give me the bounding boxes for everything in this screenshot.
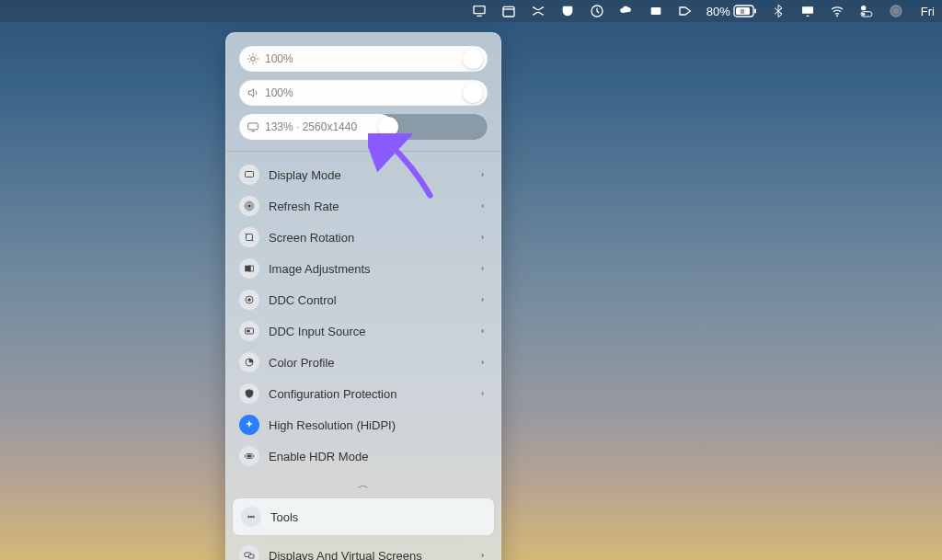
- battery-status[interactable]: 80% II: [706, 5, 757, 18]
- svg-point-31: [248, 516, 250, 518]
- svg-point-30: [247, 455, 252, 458]
- svg-point-18: [248, 205, 251, 208]
- chevron-right-icon: [478, 325, 488, 338]
- refresh-rate-icon: [239, 196, 259, 216]
- menu-item-image-adjustments[interactable]: Image Adjustments: [233, 253, 494, 284]
- menu-item-label: Display Mode: [269, 168, 478, 182]
- menu-item-label: Displays And Virtual Screens: [269, 549, 478, 561]
- color-profile-icon: [239, 352, 259, 372]
- volume-slider[interactable]: 100%: [239, 80, 488, 106]
- menu-item-hidpi[interactable]: High Resolution (HiDPI): [233, 409, 494, 440]
- monitor-menubar-icon[interactable]: [799, 3, 816, 19]
- svg-rect-21: [247, 234, 253, 241]
- menu-item-color-profile[interactable]: Color Profile: [233, 347, 494, 378]
- svg-point-12: [862, 13, 865, 16]
- brightness-slider[interactable]: 100%: [239, 46, 488, 72]
- siri-menubar-icon[interactable]: [888, 3, 904, 19]
- tools-icon: [241, 507, 261, 527]
- rotation-icon: [239, 227, 259, 247]
- slider-thumb[interactable]: [463, 49, 483, 69]
- brightness-icon: [239, 52, 263, 65]
- menu-item-display-mode[interactable]: Display Mode: [233, 159, 494, 190]
- control-center-icon[interactable]: [858, 3, 875, 19]
- slider-thumb[interactable]: [378, 117, 398, 137]
- menu-item-label: Configuration Protection: [269, 387, 478, 401]
- shuffle-menubar-icon[interactable]: [530, 3, 546, 19]
- chevron-right-icon: [478, 168, 488, 182]
- clock-day-text[interactable]: Fri: [921, 5, 935, 18]
- menu-item-label: Screen Rotation: [269, 231, 478, 245]
- display-control-panel: 100% 100% 133% · 2560x1440 Display Mode: [225, 32, 501, 560]
- menu-item-hdr[interactable]: Enable HDR Mode: [233, 440, 494, 472]
- chevron-right-icon: [478, 200, 488, 213]
- adjustments-icon: [239, 258, 259, 279]
- resolution-slider[interactable]: 133% · 2560x1440: [239, 114, 488, 140]
- menubar: 80% II Fri: [0, 0, 942, 22]
- app-menubar-icon[interactable]: [648, 3, 664, 19]
- sync-menubar-icon[interactable]: [589, 3, 605, 19]
- slider-thumb[interactable]: [463, 83, 483, 103]
- secondary-menu-list: Displays And Virtual Screens System Colo…: [226, 540, 500, 560]
- svg-point-33: [253, 516, 255, 518]
- svg-rect-1: [503, 6, 514, 17]
- bluetooth-menubar-icon[interactable]: [770, 3, 787, 19]
- wifi-menubar-icon[interactable]: [829, 3, 845, 19]
- svg-point-9: [836, 15, 838, 17]
- menu-item-screen-rotation[interactable]: Screen Rotation: [233, 222, 494, 253]
- vpn-menubar-icon[interactable]: [559, 3, 576, 19]
- svg-rect-17: [246, 172, 254, 177]
- svg-rect-27: [247, 330, 250, 332]
- svg-rect-22: [246, 266, 251, 271]
- hdr-icon: [239, 446, 259, 466]
- main-menu-list: Display Mode Refresh Rate Screen Rotatio…: [226, 155, 500, 475]
- collapse-indicator-icon[interactable]: ︿: [226, 475, 500, 498]
- svg-point-13: [890, 5, 902, 17]
- tools-section-header[interactable]: Tools: [233, 498, 494, 535]
- svg-text:II: II: [741, 8, 744, 15]
- chevron-right-icon: [478, 387, 488, 401]
- display-menubar-icon[interactable]: [471, 3, 488, 19]
- input-source-icon: [239, 321, 259, 341]
- chevron-right-icon: [478, 356, 488, 370]
- battery-percent-text: 80%: [706, 5, 730, 18]
- tag-menubar-icon[interactable]: [677, 3, 694, 19]
- display-mode-icon: [239, 165, 259, 185]
- svg-rect-8: [802, 6, 813, 13]
- menu-item-configuration-protection[interactable]: Configuration Protection: [233, 378, 494, 409]
- svg-rect-6: [754, 9, 756, 14]
- svg-rect-16: [248, 123, 258, 130]
- menu-item-label: Enable HDR Mode: [269, 450, 488, 463]
- display-icon: [239, 120, 263, 133]
- menu-item-refresh-rate[interactable]: Refresh Rate: [233, 190, 494, 222]
- chevron-right-icon: [478, 293, 488, 307]
- hidpi-icon: [239, 415, 259, 435]
- menu-item-label: DDC Control: [269, 293, 478, 307]
- displays-icon: [239, 545, 259, 560]
- svg-rect-3: [650, 7, 661, 15]
- menu-item-ddc-control[interactable]: DDC Control: [233, 284, 494, 315]
- menu-item-virtual-screens[interactable]: Displays And Virtual Screens: [233, 540, 494, 560]
- chevron-right-icon: [478, 262, 488, 276]
- menu-item-label: Image Adjustments: [269, 262, 478, 276]
- tools-label: Tools: [270, 510, 298, 524]
- svg-rect-10: [861, 6, 866, 10]
- ddc-control-icon: [239, 290, 259, 310]
- brightness-value: 100%: [265, 52, 293, 65]
- menu-item-label: Refresh Rate: [269, 200, 478, 213]
- cloud-menubar-icon[interactable]: [618, 3, 635, 19]
- slider-group: 100% 100% 133% · 2560x1440: [226, 33, 500, 147]
- svg-point-32: [250, 516, 252, 518]
- svg-rect-0: [474, 6, 485, 14]
- svg-rect-35: [249, 554, 255, 558]
- shield-icon: [239, 383, 259, 404]
- svg-point-15: [251, 57, 256, 62]
- menu-item-label: DDC Input Source: [269, 325, 478, 338]
- chevron-right-icon: [478, 549, 488, 561]
- calendar-menubar-icon[interactable]: [500, 3, 517, 19]
- divider: [226, 151, 500, 152]
- volume-value: 100%: [265, 86, 293, 99]
- menu-item-ddc-input-source[interactable]: DDC Input Source: [233, 315, 494, 347]
- menu-item-label: High Resolution (HiDPI): [269, 418, 488, 432]
- svg-point-25: [248, 299, 251, 302]
- resolution-value: 133% · 2560x1440: [265, 120, 357, 133]
